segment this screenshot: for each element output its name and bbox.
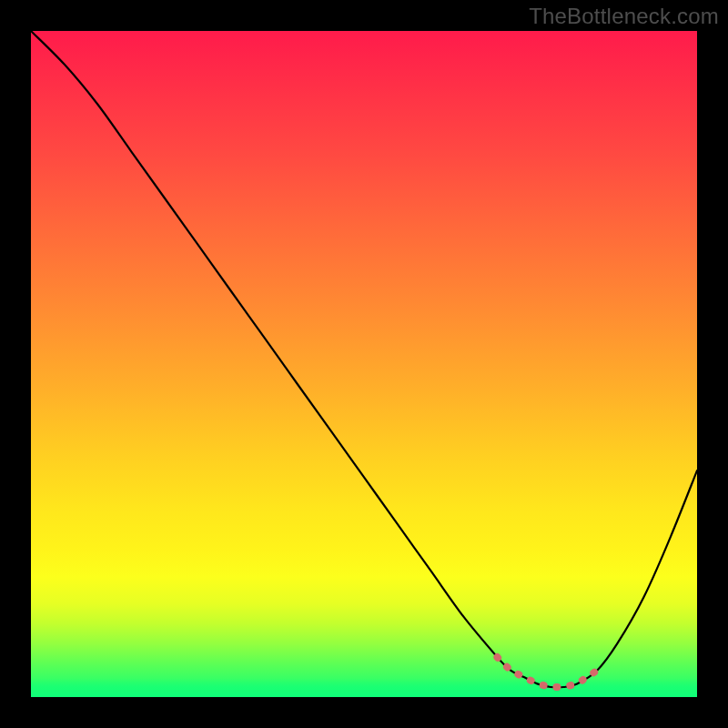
curve-line	[31, 31, 697, 687]
watermark-text: TheBottleneck.com	[529, 4, 719, 29]
chart-frame: TheBottleneck.com	[0, 0, 728, 728]
bottleneck-curve	[31, 31, 697, 697]
plot-area	[31, 31, 697, 697]
